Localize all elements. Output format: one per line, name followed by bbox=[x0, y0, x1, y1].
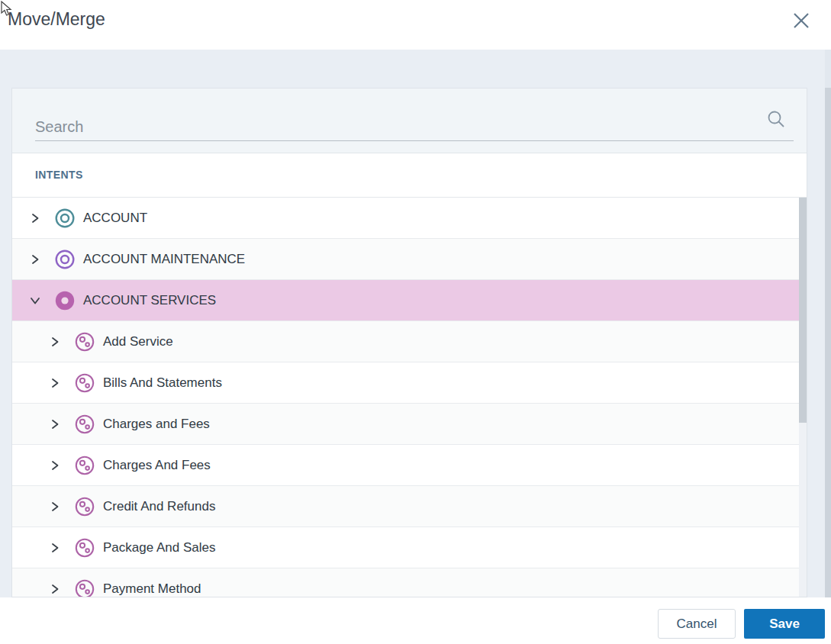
chevron-right-icon[interactable] bbox=[50, 419, 60, 430]
tree-row[interactable]: Charges and Fees bbox=[12, 404, 800, 445]
tree-row[interactable]: ACCOUNT SERVICES bbox=[12, 280, 800, 321]
tree-row-label: ACCOUNT bbox=[83, 211, 147, 226]
tree-row-label: Charges and Fees bbox=[103, 417, 210, 432]
tree-row-label: Package And Sales bbox=[103, 540, 215, 555]
save-button[interactable]: Save bbox=[744, 609, 825, 639]
chevron-down-icon[interactable] bbox=[30, 295, 40, 306]
list-section-header: INTENTS bbox=[12, 153, 807, 198]
sub-intent-icon bbox=[74, 331, 95, 353]
tree-row[interactable]: ACCOUNT bbox=[12, 198, 800, 239]
tree-row-label: ACCOUNT SERVICES bbox=[83, 293, 216, 308]
tree-row[interactable]: Charges And Fees bbox=[12, 445, 800, 486]
window-scrollbar[interactable] bbox=[825, 50, 831, 644]
sub-intent-icon bbox=[74, 496, 95, 517]
mouse-cursor bbox=[1, 1, 13, 20]
list-scrollbar-thumb[interactable] bbox=[799, 198, 807, 423]
chevron-right-icon[interactable] bbox=[30, 254, 40, 265]
search-icon[interactable] bbox=[766, 109, 786, 129]
tree-row[interactable]: ACCOUNT MAINTENANCE bbox=[12, 239, 800, 280]
sub-intent-icon bbox=[74, 372, 95, 394]
sub-intent-icon bbox=[74, 537, 95, 559]
intent-circle-icon bbox=[54, 249, 76, 270]
intent-picker-panel: INTENTS ACCOUNT ACCOUNT MAINTENANCE ACCO… bbox=[11, 88, 807, 597]
tree-row[interactable]: Add Service bbox=[12, 321, 800, 362]
dialog-footer: Cancel Save bbox=[0, 597, 831, 644]
tree-row[interactable]: Bills And Statements bbox=[12, 362, 800, 404]
intent-circle-filled-icon bbox=[54, 290, 76, 311]
intent-circle-icon bbox=[54, 208, 76, 229]
chevron-right-icon[interactable] bbox=[50, 378, 60, 388]
intent-tree: ACCOUNT ACCOUNT MAINTENANCE ACCOUNT SERV… bbox=[12, 198, 807, 597]
list-scrollbar[interactable] bbox=[799, 198, 807, 597]
dialog-title: Move/Merge bbox=[8, 9, 105, 30]
chevron-right-icon[interactable] bbox=[50, 584, 60, 594]
chevron-right-icon[interactable] bbox=[30, 213, 40, 224]
tree-list: ACCOUNT ACCOUNT MAINTENANCE ACCOUNT SERV… bbox=[12, 198, 800, 597]
tree-row-label: Charges And Fees bbox=[103, 458, 211, 473]
search-section bbox=[12, 89, 807, 153]
window-scrollbar-thumb[interactable] bbox=[825, 88, 831, 607]
tree-row[interactable]: Package And Sales bbox=[12, 527, 800, 568]
sub-intent-icon bbox=[74, 414, 95, 435]
tree-row[interactable]: Payment Method bbox=[12, 568, 800, 597]
tree-row-label: Bills And Statements bbox=[103, 375, 222, 391]
tree-row-label: Payment Method bbox=[103, 581, 201, 597]
chevron-right-icon[interactable] bbox=[50, 501, 60, 512]
search-input[interactable] bbox=[35, 113, 794, 141]
dialog-header: Move/Merge bbox=[0, 0, 831, 50]
close-icon[interactable] bbox=[792, 11, 810, 30]
chevron-right-icon[interactable] bbox=[50, 543, 60, 553]
tree-row-label: Credit And Refunds bbox=[103, 499, 215, 514]
tree-row[interactable]: Credit And Refunds bbox=[12, 486, 800, 527]
cancel-button[interactable]: Cancel bbox=[658, 609, 736, 639]
tree-row-label: Add Service bbox=[103, 334, 173, 349]
sub-intent-icon bbox=[74, 455, 95, 476]
chevron-right-icon[interactable] bbox=[50, 460, 60, 471]
chevron-right-icon[interactable] bbox=[50, 336, 60, 347]
sub-intent-icon bbox=[74, 578, 95, 598]
tree-row-label: ACCOUNT MAINTENANCE bbox=[83, 252, 245, 267]
